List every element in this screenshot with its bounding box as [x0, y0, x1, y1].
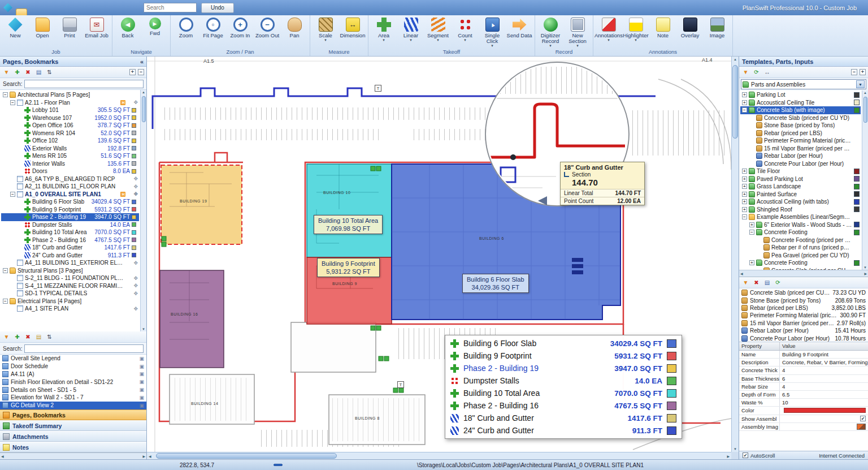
tree-item[interactable]: Phase 2 - Building 16 4767.5 SQ FT H: [1, 236, 139, 244]
tree-item[interactable]: Office 102 139.6 SQ FT H: [1, 137, 139, 145]
ribbon-button[interactable]: Note▾: [649, 16, 676, 40]
takeoff-region-building19[interactable]: [161, 165, 242, 244]
ribbon-button[interactable]: Highlighter▾: [622, 16, 649, 43]
tree-item[interactable]: Doors 8.0 EA H: [1, 167, 139, 175]
part-row[interactable]: Rebar Labor (per Hour) 15.41 Hours: [739, 327, 868, 334]
tree-item[interactable]: − A2.11 - Floor Plan H ✥: [1, 99, 139, 107]
tree-item[interactable]: Womens RR 104 52.0 SQ FT H: [1, 130, 139, 137]
delete-page-icon[interactable]: ✖: [24, 68, 32, 76]
expand-toggle[interactable]: +: [742, 176, 747, 182]
canvas-horizontal-scrollbar[interactable]: ◀▶: [147, 452, 731, 459]
tree-item[interactable]: 18" Curb and Gutter 1417.6 FT H: [1, 244, 139, 252]
menu-tab[interactable]: [119, 9, 129, 15]
ribbon-button[interactable]: Back▾: [114, 16, 141, 40]
ribbon-button[interactable]: Zoom▾: [172, 16, 199, 40]
legend-row[interactable]: Phase 2 - Building 19 3947.0 SQ FT: [445, 362, 682, 374]
parts-tree-item[interactable]: + Accoustical Ceiling Tile: [740, 99, 861, 107]
expand-toggle[interactable]: [10, 176, 15, 182]
expand-toggle[interactable]: [749, 161, 754, 166]
ribbon-button[interactable]: Zoom In▾: [227, 16, 254, 40]
property-row[interactable]: Description Concrete, Rebar, V Barrier, …: [739, 359, 868, 366]
legend-row[interactable]: 24" Curb and Gutter 911.3 FT: [445, 424, 682, 437]
accordion-tab[interactable]: Notes: [0, 442, 146, 452]
expand-toggle[interactable]: +: [742, 100, 747, 105]
parts-tree-item[interactable]: − Concrete Slab (with image): [740, 106, 861, 114]
bookmark-item[interactable]: Elevation for Wall 2 - SD1 - 7 ▣: [0, 394, 146, 402]
add-page-icon[interactable]: ✚: [13, 68, 21, 76]
takeoff-legend[interactable]: Building 6 Floor Slab 34029.4 SQ FT Buil…: [445, 335, 682, 439]
expand-toggle[interactable]: [18, 199, 23, 204]
tree-item[interactable]: Phase 2 - Building 19 3947.0 SQ FT H: [1, 213, 139, 221]
tree-item[interactable]: A4_11 BUILDING 11_EXTERIOR ELEVATIONS H …: [1, 259, 139, 267]
expand-all-icon[interactable]: +: [129, 69, 136, 75]
expand-toggle[interactable]: [18, 214, 23, 219]
refresh-icon[interactable]: ⟳: [774, 278, 782, 287]
add-bookmark-icon[interactable]: ✚: [13, 333, 21, 341]
list-icon[interactable]: ▤: [763, 278, 771, 287]
tree-item[interactable]: A4_1 SITE PLAN H ✥: [1, 305, 139, 313]
expand-toggle[interactable]: +: [742, 184, 747, 189]
property-color-swatch[interactable]: [784, 408, 866, 413]
expand-toggle[interactable]: −: [3, 92, 8, 97]
parts-tree-item[interactable]: Rebar per # of runs (priced per LBS): [740, 244, 861, 252]
tree-item[interactable]: Interior Walls 135.6 FT H: [1, 160, 139, 168]
legend-row[interactable]: Phase 2 - Building 16 4767.5 SQ FT: [445, 399, 682, 412]
bookmark-item[interactable]: Door Schedule ▣: [0, 363, 146, 370]
expand-toggle[interactable]: [18, 230, 23, 235]
takeoff-region-building16[interactable]: [160, 270, 224, 368]
tree-item[interactable]: Dumpster Stalls 14.0 EA H: [1, 221, 139, 229]
menu-tab[interactable]: [37, 9, 47, 15]
parts-tree-item[interactable]: + Shingled Roof: [740, 206, 861, 214]
ribbon-button[interactable]: Overlay▾: [676, 16, 704, 40]
expand-toggle[interactable]: [18, 161, 23, 166]
parts-tree-item[interactable]: Rebar (priced per LBS): [740, 130, 861, 137]
tree-item[interactable]: − Electrical Plans [4 Pages] H: [1, 297, 139, 305]
delete-part-icon[interactable]: ✖: [752, 278, 761, 287]
status-toggle[interactable]: [294, 464, 303, 466]
expand-toggle[interactable]: −: [3, 268, 8, 273]
expand-toggle[interactable]: +: [749, 260, 754, 265]
tree-item[interactable]: Warehouse 107 1952.0 SQ FT H: [1, 114, 139, 122]
expand-toggle[interactable]: [749, 146, 754, 151]
tree-item[interactable]: S-2_11 BLDG - 11 FOUNDATION PLAN H ✥: [1, 274, 139, 282]
autoscroll-checkbox[interactable]: ✔: [743, 452, 748, 458]
status-toggle[interactable]: [274, 464, 283, 466]
expand-all-icon[interactable]: +: [860, 69, 866, 75]
parts-tree-scrollbar[interactable]: ▲▼: [862, 90, 868, 270]
parts-tree-item[interactable]: + Concrete Footing: [740, 259, 861, 267]
sort-icon[interactable]: ⇅: [45, 68, 54, 76]
expand-toggle[interactable]: [757, 245, 762, 250]
accordion-tab[interactable]: Attachments: [0, 431, 146, 442]
ribbon-button[interactable]: Single Click▾: [479, 16, 506, 49]
legend-row[interactable]: Building 10 Total Area 7070.0 SQ FT: [445, 387, 682, 399]
parts-tree-item[interactable]: + Grass Landscape: [740, 183, 861, 191]
property-row[interactable]: Name Building 9 Footprint ✔: [739, 351, 868, 359]
bookmark-view-icon[interactable]: ▣: [139, 356, 144, 361]
property-row[interactable]: Assembly Imag ✔: [739, 423, 868, 431]
parts-tree-item[interactable]: 15 mil Vapor Barrier (priced per Roll): [740, 145, 861, 153]
parts-tree-item[interactable]: − Concrete Footing: [740, 228, 861, 236]
expand-toggle[interactable]: [18, 123, 23, 128]
property-row[interactable]: Rebar Size 4 ✔: [739, 383, 868, 391]
tree-item[interactable]: Building 10 Total Area 7070.0 SQ FT H: [1, 228, 139, 236]
part-row[interactable]: 15 mil Vapor Barrier (priced per Roll) 2…: [739, 320, 868, 327]
ribbon-button[interactable]: New Section▾: [564, 16, 591, 49]
bookmark-item[interactable]: Details on Sheet - SD1 - 5 ▣: [0, 386, 146, 394]
expand-toggle[interactable]: −: [742, 214, 747, 219]
pin-icon[interactable]: ▼: [2, 68, 11, 76]
pin-icon[interactable]: ▼: [741, 68, 750, 76]
ribbon-button[interactable]: Fit Page▾: [199, 16, 227, 40]
ribbon-button[interactable]: Dimension▾: [339, 16, 366, 40]
expand-toggle[interactable]: [18, 238, 23, 243]
expand-toggle[interactable]: [10, 184, 15, 189]
refresh-icon[interactable]: ⟳: [752, 68, 761, 76]
bookmark-view-icon[interactable]: ▣: [139, 379, 144, 385]
bookmark-view-icon[interactable]: ▣: [139, 403, 144, 408]
expand-toggle[interactable]: [18, 146, 23, 151]
tree-item[interactable]: A6_6A TYP B._ENLARGED TI RCP H ✥: [1, 175, 139, 183]
expand-toggle[interactable]: −: [10, 100, 15, 105]
folder-icon[interactable]: ▤: [34, 333, 43, 341]
expand-toggle[interactable]: −: [10, 192, 15, 197]
tree-item[interactable]: − A1_0 OVERALL SITE PLAN1 H ✥: [1, 191, 139, 199]
tree-item[interactable]: Lobby 101 305.5 SQ FT H: [1, 106, 139, 114]
